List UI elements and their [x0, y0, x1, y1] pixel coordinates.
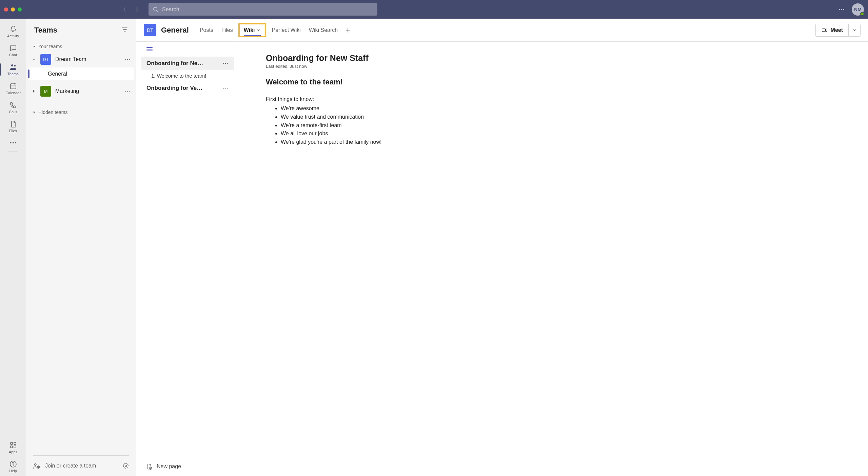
svg-point-28 — [227, 63, 228, 64]
teams-icon — [9, 63, 17, 71]
caret-right-icon[interactable] — [32, 89, 36, 93]
wiki-page-heading: Onboarding for New Staff — [266, 53, 841, 63]
rail-chat[interactable]: Chat — [0, 41, 26, 60]
video-icon — [821, 27, 828, 34]
divider — [239, 48, 239, 470]
rail-more[interactable] — [0, 136, 26, 150]
svg-point-2 — [841, 9, 842, 10]
new-page-icon — [146, 463, 153, 470]
wiki-page-onboarding-ve[interactable]: Onboarding for Ve… — [141, 81, 234, 95]
wiki-paragraph: First things to know: — [266, 96, 841, 102]
app-rail: Activity Chat Teams Calendar Calls Files — [0, 19, 26, 476]
wiki-page-onboarding-new[interactable]: Onboarding for Ne… — [141, 57, 234, 70]
svg-point-27 — [225, 63, 226, 64]
svg-point-4 — [11, 64, 13, 66]
teams-list: Your teams DT Dream Team General M Marke… — [26, 42, 136, 455]
team-more-button[interactable] — [124, 56, 131, 62]
team-row-marketing[interactable]: M Marketing — [28, 83, 134, 99]
add-tab-button[interactable] — [342, 27, 354, 33]
tab-perfect-wiki[interactable]: Perfect Wiki — [268, 19, 304, 41]
window-maximize[interactable] — [18, 7, 22, 12]
rail-calendar[interactable]: Calendar — [0, 79, 26, 98]
group-label: Hidden teams — [38, 110, 67, 115]
tab-files[interactable]: Files — [217, 19, 237, 41]
hamburger-icon — [146, 45, 153, 53]
channel-general[interactable]: General — [28, 67, 134, 80]
team-avatar: DT — [40, 54, 51, 65]
wiki-nav-toggle — [136, 42, 239, 57]
wiki-page-more-button[interactable] — [222, 60, 229, 66]
rail-files[interactable]: Files — [0, 117, 26, 136]
search-box[interactable] — [149, 3, 377, 16]
tab-posts[interactable]: Posts — [196, 19, 217, 41]
rail-label: Files — [9, 129, 17, 133]
channel-avatar: DT — [144, 24, 156, 36]
team-avatar: M — [40, 86, 51, 97]
main: DT General Posts Files Wiki Perfect Wiki… — [136, 19, 868, 476]
titlebar-more-button[interactable] — [838, 6, 845, 13]
wiki-content[interactable]: Onboarding for New Staff Last edited: Ju… — [239, 42, 868, 476]
window-close[interactable] — [4, 7, 8, 12]
wiki-page-title: Onboarding for Ve… — [146, 85, 219, 92]
search-input[interactable] — [162, 6, 373, 13]
rail-activity[interactable]: Activity — [0, 22, 26, 41]
teams-settings-button[interactable] — [122, 462, 129, 469]
new-page-button[interactable]: New page — [136, 457, 239, 476]
hamburger-button[interactable] — [146, 45, 153, 53]
rail-divider — [8, 152, 18, 152]
user-avatar[interactable]: NM — [852, 3, 864, 16]
svg-point-29 — [223, 88, 224, 89]
tab-label: Wiki — [244, 27, 255, 33]
team-name: Dream Team — [55, 56, 120, 62]
caret-down-icon — [32, 44, 36, 48]
svg-point-21 — [129, 91, 130, 92]
svg-rect-25 — [822, 28, 825, 31]
rail-label: Calendar — [5, 91, 21, 95]
wiki-page-more-button[interactable] — [222, 85, 229, 91]
meet-dropdown[interactable] — [848, 24, 861, 37]
wiki-bullet-list: We're awesome We value trust and communi… — [266, 104, 841, 146]
tab-wiki[interactable]: Wiki — [238, 23, 267, 37]
titlebar-right: NM — [838, 3, 864, 16]
wiki-pages-list: Onboarding for Ne… 1. Welcome to the tea… — [136, 57, 239, 457]
hidden-teams-group[interactable]: Hidden teams — [28, 107, 134, 117]
chevron-down-icon[interactable] — [257, 28, 261, 32]
svg-point-8 — [13, 142, 14, 143]
team-row-dream-team[interactable]: DT Dream Team — [28, 51, 134, 67]
tab-wiki-search[interactable]: Wiki Search — [305, 19, 342, 41]
tab-label: Posts — [200, 27, 213, 33]
rail-label: Activity — [7, 34, 19, 38]
nav-forward[interactable] — [132, 5, 142, 14]
filter-button[interactable] — [122, 26, 128, 34]
svg-point-31 — [227, 88, 228, 89]
your-teams-group[interactable]: Your teams — [28, 42, 134, 51]
search-icon — [153, 6, 159, 13]
wiki-section-welcome[interactable]: 1. Welcome to the team! — [141, 70, 234, 81]
meet-button[interactable]: Meet — [815, 24, 848, 37]
svg-point-17 — [127, 59, 128, 60]
phone-icon — [9, 101, 17, 109]
rail-label: Teams — [7, 72, 18, 76]
list-item: We're glad you're a part of the family n… — [281, 138, 841, 146]
wiki-section-heading: Welcome to the team! — [266, 78, 841, 90]
svg-point-22 — [35, 464, 37, 466]
avatar-initials: NM — [854, 7, 862, 12]
nav-back[interactable] — [120, 5, 130, 14]
svg-point-30 — [225, 88, 226, 89]
caret-down-icon[interactable] — [32, 57, 36, 61]
rail-calls[interactable]: Calls — [0, 98, 26, 117]
list-item: We're a remote-first team — [281, 121, 841, 130]
group-label: Your teams — [38, 44, 62, 49]
team-more-button[interactable] — [124, 88, 131, 94]
body: Activity Chat Teams Calendar Calls Files — [0, 19, 868, 476]
rail-help[interactable]: Help — [0, 457, 26, 476]
titlebar: NM — [0, 0, 868, 19]
rail-teams[interactable]: Teams — [0, 60, 26, 79]
join-team-button[interactable]: Join or create a team — [45, 463, 118, 469]
presence-available-icon — [860, 12, 864, 16]
svg-point-20 — [127, 91, 128, 92]
window-minimize[interactable] — [11, 7, 15, 12]
svg-rect-12 — [11, 446, 13, 448]
svg-point-0 — [154, 7, 157, 11]
rail-apps[interactable]: Apps — [0, 438, 26, 457]
